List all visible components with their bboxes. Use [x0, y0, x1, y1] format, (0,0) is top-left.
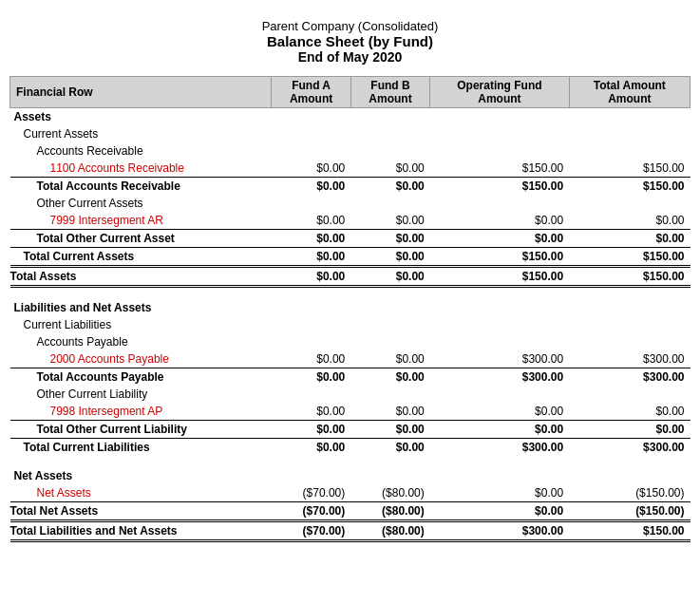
row-label-total-ap: Total Accounts Payable [10, 368, 272, 387]
row-val-ar-1100-col1: $0.00 [272, 160, 350, 178]
table-row-other-current-liab: Other Current Liability [10, 386, 691, 403]
row-val-ap-header-col1 [272, 333, 350, 350]
row-val-net-assets-link-col1: ($70.00) [272, 484, 350, 502]
row-label-net-assets-link[interactable]: Net Assets [10, 484, 272, 502]
row-label-total-net-assets: Total Net Assets [10, 502, 272, 521]
col-header-total-amount: Total Amount Amount [569, 77, 690, 108]
row-val-total-ap-col1: $0.00 [272, 368, 350, 387]
table-row-current-assets-header: Current Assets [10, 125, 691, 142]
table-row-net-assets-link: Net Assets($70.00)($80.00)$0.00($150.00) [10, 484, 691, 502]
row-label-ap-2000[interactable]: 2000 Accounts Payable [10, 350, 272, 368]
row-label-ap-7998[interactable]: 7998 Intersegment AP [10, 403, 272, 421]
row-val-total-liab-net-assets-col3: $300.00 [430, 521, 569, 541]
row-val-total-current-liab-col3: $300.00 [430, 439, 569, 457]
row-val-total-ar-col3: $150.00 [430, 178, 569, 196]
row-val-total-ap-col2: $0.00 [350, 368, 429, 387]
row-label-net-assets-header: Net Assets [10, 467, 272, 484]
row-val-total-current-liab-col1: $0.00 [272, 439, 350, 457]
table-row-other-current-assets: Other Current Assets [10, 195, 691, 212]
row-val-other-current-assets-col3 [430, 195, 569, 212]
table-row-ap-7998: 7998 Intersegment AP$0.00$0.00$0.00$0.00 [10, 403, 691, 421]
row-val-liabilities-header-col4 [569, 299, 690, 316]
table-row-total-ar: Total Accounts Receivable$0.00$0.00$150.… [10, 178, 691, 196]
row-val-assets-header-col3 [430, 108, 569, 126]
row-val-total-current-liab-col4: $300.00 [569, 439, 690, 457]
row-val-net-assets-link-col3: $0.00 [430, 484, 569, 502]
row-val-ar-1100-col4: $150.00 [569, 160, 690, 178]
report-title-line1: Parent Company (Consolidated) [9, 19, 691, 33]
row-val-total-net-assets-col4: ($150.00) [569, 502, 690, 521]
row-val-ap-2000-col2: $0.00 [350, 350, 429, 368]
row-val-total-other-current-liab-col4: $0.00 [569, 421, 690, 439]
row-val-ap-7998-col2: $0.00 [350, 403, 429, 421]
row-label-assets-header: Assets [10, 108, 272, 126]
table-row-ar-7999: 7999 Intersegment AR$0.00$0.00$0.00$0.00 [10, 212, 691, 230]
row-val-total-current-assets-col2: $0.00 [350, 248, 429, 267]
row-val-net-assets-header-col1 [272, 467, 350, 484]
row-label-other-current-liab: Other Current Liability [10, 386, 272, 403]
row-val-ap-7998-col1: $0.00 [272, 403, 350, 421]
table-row-total-current-assets: Total Current Assets$0.00$0.00$150.00$15… [10, 248, 691, 267]
table-row-total-assets: Total Assets$0.00$0.00$150.00$150.00 [10, 267, 691, 287]
row-val-current-liab-header-col3 [430, 316, 569, 333]
row-val-assets-header-col4 [569, 108, 690, 126]
row-val-assets-header-col2 [350, 108, 429, 126]
table-row-total-other-current-liab: Total Other Current Liability$0.00$0.00$… [10, 421, 691, 439]
row-val-total-other-current-asset-col3: $0.00 [430, 230, 569, 248]
table-row-total-liab-net-assets: Total Liabilities and Net Assets($70.00)… [10, 521, 691, 541]
row-val-net-assets-link-col4: ($150.00) [569, 484, 690, 502]
row-val-ar-7999-col3: $0.00 [430, 212, 569, 230]
row-label-total-other-current-liab: Total Other Current Liability [10, 421, 272, 439]
row-label-total-assets: Total Assets [10, 267, 272, 287]
row-label-ar-1100[interactable]: 1100 Accounts Receivable [10, 160, 272, 178]
row-val-other-current-liab-col2 [350, 386, 429, 403]
table-row-current-liab-header: Current Liabilities [10, 316, 691, 333]
table-row-net-assets-header: Net Assets [10, 467, 691, 484]
row-val-other-current-assets-col2 [350, 195, 429, 212]
row-val-total-liab-net-assets-col2: ($80.00) [350, 521, 429, 541]
table-row-total-other-current-asset: Total Other Current Asset$0.00$0.00$0.00… [10, 230, 691, 248]
row-val-total-other-current-liab-col3: $0.00 [430, 421, 569, 439]
row-val-total-ap-col3: $300.00 [430, 368, 569, 387]
row-val-total-ar-col4: $150.00 [569, 178, 690, 196]
row-val-other-current-assets-col1 [272, 195, 350, 212]
row-label-current-liab-header: Current Liabilities [10, 316, 272, 333]
table-row-ar-header: Accounts Receivable [10, 142, 691, 160]
row-val-total-liab-net-assets-col4: $150.00 [569, 521, 690, 541]
row-val-total-other-current-asset-col2: $0.00 [350, 230, 429, 248]
row-val-ap-2000-col4: $300.00 [569, 350, 690, 368]
row-val-ar-7999-col1: $0.00 [272, 212, 350, 230]
row-val-total-assets-col2: $0.00 [350, 267, 429, 287]
row-val-total-ar-col2: $0.00 [350, 178, 429, 196]
report-page: Parent Company (Consolidated) Balance Sh… [0, 0, 700, 561]
row-val-other-current-liab-col3 [430, 386, 569, 403]
row-val-net-assets-link-col2: ($80.00) [350, 484, 429, 502]
row-label-total-current-assets: Total Current Assets [10, 248, 272, 267]
row-val-current-liab-header-col4 [569, 316, 690, 333]
row-val-total-other-current-liab-col1: $0.00 [272, 421, 350, 439]
row-val-total-other-current-liab-col2: $0.00 [350, 421, 429, 439]
row-val-ar-7999-col2: $0.00 [350, 212, 429, 230]
row-val-current-liab-header-col2 [350, 316, 429, 333]
row-val-total-current-assets-col3: $150.00 [430, 248, 569, 267]
row-val-total-ar-col1: $0.00 [272, 178, 350, 196]
table-row-ap-2000: 2000 Accounts Payable$0.00$0.00$300.00$3… [10, 350, 691, 368]
row-val-ap-2000-col1: $0.00 [272, 350, 350, 368]
row-val-total-current-assets-col4: $150.00 [569, 248, 690, 267]
table-row-ar-1100: 1100 Accounts Receivable$0.00$0.00$150.0… [10, 160, 691, 178]
row-val-ar-7999-col4: $0.00 [569, 212, 690, 230]
table-row-total-ap: Total Accounts Payable$0.00$0.00$300.00$… [10, 368, 691, 387]
row-val-assets-header-col1 [272, 108, 350, 126]
row-label-total-other-current-asset: Total Other Current Asset [10, 230, 272, 248]
report-header: Parent Company (Consolidated) Balance Sh… [9, 19, 691, 65]
row-val-ap-header-col2 [350, 333, 429, 350]
row-label-ar-7999[interactable]: 7999 Intersegment AR [10, 212, 272, 230]
row-label-total-ar: Total Accounts Receivable [10, 178, 272, 196]
row-val-total-current-liab-col2: $0.00 [350, 439, 429, 457]
row-val-total-other-current-asset-col1: $0.00 [272, 230, 350, 248]
spacer-cell [10, 456, 691, 467]
table-row-liabilities-header: Liabilities and Net Assets [10, 299, 691, 316]
row-val-liabilities-header-col1 [272, 299, 350, 316]
row-val-ap-2000-col3: $300.00 [430, 350, 569, 368]
row-val-total-assets-col3: $150.00 [430, 267, 569, 287]
